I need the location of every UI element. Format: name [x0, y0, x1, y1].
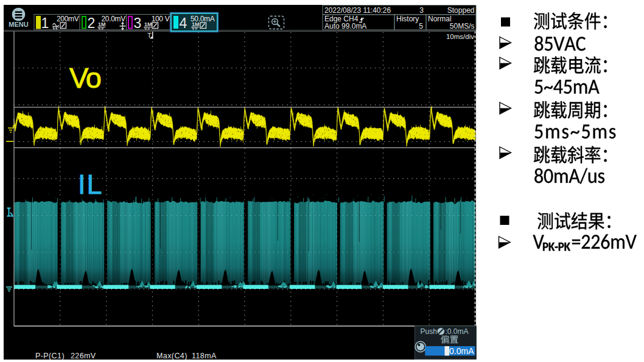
svg-text:3: 3 — [419, 6, 424, 15]
svg-text:1M: 1M — [144, 21, 152, 27]
svg-text:Stopped: Stopped — [447, 6, 475, 15]
svg-text:P-P(C1): P-P(C1) — [35, 352, 65, 360]
svg-text:4: 4 — [180, 15, 187, 31]
svg-text:1: 1 — [41, 15, 49, 31]
svg-text:Push: Push — [421, 327, 437, 336]
svg-text:Vo: Vo — [69, 62, 101, 94]
svg-text:IL: IL — [78, 169, 103, 200]
svg-text:5: 5 — [419, 22, 423, 30]
svg-text:2022/08/23 11:40:26: 2022/08/23 11:40:26 — [324, 6, 391, 15]
svg-text:100 V: 100 V — [152, 15, 170, 23]
svg-text:2: 2 — [88, 15, 96, 31]
svg-text:0.0mA: 0.0mA — [449, 346, 474, 356]
svg-text:History: History — [396, 15, 419, 23]
svg-text:Auto 99.0mA: Auto 99.0mA — [324, 22, 366, 30]
svg-text:10ms/div: 10ms/div — [446, 33, 474, 40]
svg-text:226mV: 226mV — [71, 352, 96, 360]
svg-text:MENU: MENU — [9, 21, 28, 28]
svg-text::0.0mA: :0.0mA — [446, 327, 469, 336]
svg-text:Max(C4): Max(C4) — [156, 352, 187, 360]
svg-text:3: 3 — [134, 15, 142, 31]
svg-text:1M: 1M — [192, 21, 200, 27]
svg-text:200mV: 200mV — [57, 15, 79, 23]
svg-text:Normal: Normal — [428, 15, 452, 23]
svg-text:50MS/s: 50MS/s — [450, 22, 475, 30]
svg-text:118mA: 118mA — [192, 352, 217, 360]
svg-text:1M: 1M — [98, 21, 106, 27]
